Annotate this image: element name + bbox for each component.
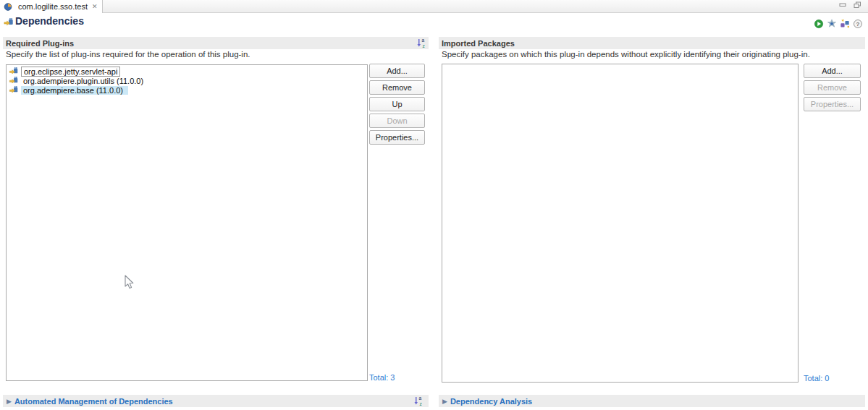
plugin-name: org.adempiere.base (11.0.0)	[21, 86, 128, 95]
organize-manifests-icon[interactable]	[840, 19, 850, 29]
chevron-right-icon: ▶	[7, 398, 12, 405]
svg-text:a: a	[422, 38, 425, 43]
dependency-analysis-section[interactable]: ▶ Dependency Analysis	[439, 395, 865, 407]
required-plugins-list[interactable]: org.eclipse.jetty.servlet-api org.adempi…	[6, 64, 368, 381]
chevron-right-icon: ▶	[442, 398, 447, 405]
required-plugins-title: Required Plug-ins	[3, 39, 74, 48]
list-item[interactable]: org.eclipse.jetty.servlet-api	[7, 67, 367, 76]
required-plugins-section-header: Required Plug-ins a z	[3, 37, 429, 49]
form-header: Dependencies ?	[0, 13, 868, 32]
required-plugins-total: Total: 3	[369, 373, 395, 382]
view-controls	[839, 1, 861, 9]
help-icon[interactable]: ?	[853, 19, 863, 29]
svg-text:?: ?	[856, 21, 860, 27]
imported-packages-title: Imported Packages	[439, 39, 515, 48]
svg-text:z: z	[422, 43, 424, 48]
restore-icon[interactable]	[854, 1, 861, 9]
dependency-analysis-title: Dependency Analysis	[450, 397, 532, 406]
remove-plugin-button[interactable]: Remove	[369, 80, 425, 95]
imported-packages-total: Total: 0	[804, 374, 829, 383]
sort-alphabetically-icon[interactable]: a z	[416, 38, 427, 48]
up-button[interactable]: Up	[369, 97, 425, 111]
package-properties-button: Properties...	[804, 97, 861, 111]
dependencies-page-icon	[4, 17, 14, 27]
sort-alphabetically-icon[interactable]: a z	[413, 396, 424, 406]
add-package-button[interactable]: Add...	[804, 64, 861, 78]
externalize-strings-icon[interactable]	[827, 19, 837, 29]
add-plugin-button[interactable]: Add...	[369, 64, 425, 78]
required-plugin-icon	[9, 67, 19, 76]
required-plugins-description: Specify the list of plug-ins required fo…	[6, 50, 250, 59]
required-plugin-icon	[9, 85, 19, 95]
plugin-name: org.adempiere.plugin.utils (11.0.0)	[21, 77, 146, 85]
page-title: Dependencies	[15, 15, 84, 27]
imported-packages-description: Specify packages on which this plug-in d…	[442, 50, 810, 59]
form-toolbar: ?	[814, 19, 863, 29]
plugin-properties-button[interactable]: Properties...	[369, 130, 425, 145]
list-item[interactable]: org.adempiere.plugin.utils (11.0.0)	[7, 76, 367, 85]
editor-tab-title: com.logilite.sso.test	[18, 2, 88, 11]
plugin-manifest-editor: com.logilite.sso.test ✕ Dependencies	[0, 0, 868, 410]
down-button: Down	[369, 114, 425, 128]
plugin-name: org.eclipse.jetty.servlet-api	[21, 67, 120, 77]
export-deployable-plugin-icon[interactable]	[814, 19, 824, 29]
minimize-icon[interactable]	[839, 1, 847, 9]
tab-close-icon[interactable]: ✕	[92, 3, 98, 10]
list-item[interactable]: org.adempiere.base (11.0.0)	[7, 85, 367, 95]
automated-management-section[interactable]: ▶ Automated Management of Dependencies a…	[3, 395, 429, 407]
imported-packages-list[interactable]	[442, 64, 799, 383]
remove-package-button: Remove	[804, 80, 861, 95]
automated-management-title: Automated Management of Dependencies	[14, 397, 173, 406]
editor-tab[interactable]: com.logilite.sso.test ✕	[0, 0, 103, 13]
svg-text:z: z	[419, 401, 421, 406]
imported-packages-section-header: Imported Packages	[439, 37, 865, 49]
editor-tab-bar: com.logilite.sso.test ✕	[0, 0, 868, 13]
plugin-manifest-icon	[3, 2, 13, 12]
required-plugin-icon	[9, 76, 19, 85]
svg-text:a: a	[419, 396, 422, 401]
